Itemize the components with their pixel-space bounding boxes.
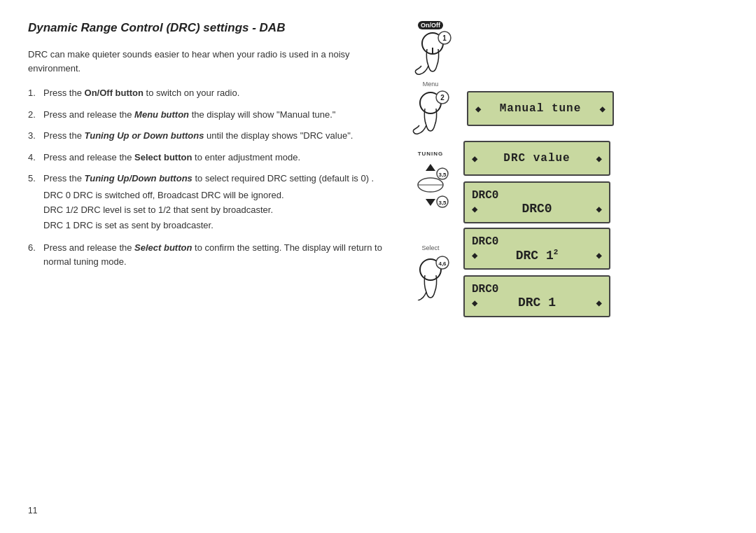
step-content-4: Press and release the Select button to e… [43, 151, 385, 165]
step-content-1: Press the On/Off button to switch on you… [43, 86, 385, 100]
left-column: Dynamic Range Control (DRC) settings - D… [28, 21, 399, 512]
svg-text:2: 2 [440, 94, 444, 102]
menu-label: Menu [418, 81, 443, 88]
sub-list-5: DRC 0 DRC is switched off, Broadcast DRC… [43, 188, 385, 233]
sub-item-5-2: DRC 1/2 DRC level is set to 1/2 that sen… [43, 203, 385, 217]
onoff-hand-block: On/Off 1 [406, 21, 455, 78]
drc12-screen: DRC0 ◆ DRC 12 ◆ [463, 228, 610, 270]
illus-row-3: TUNING 3,5 3,5 [399, 141, 728, 223]
select-hand-block: Select 4,6 [406, 244, 455, 300]
page-number: 11 [28, 506, 37, 515]
select-label: Select [418, 244, 443, 251]
step-2: 2. Press and release the Menu button the… [28, 108, 385, 122]
tuning-icon: 3,5 3,5 [406, 158, 455, 214]
step-5: 5. Press the Tuning Up/Down buttons to s… [28, 172, 385, 233]
illus-row-4: Select 4,6 DRC0 ◆ DRC 12 [399, 228, 728, 317]
manual-tune-text: ◆ Manual tune ◆ [475, 102, 606, 115]
drc0-bottom: ◆ DRC0 ◆ [472, 202, 602, 216]
drc-value-screen: ◆ DRC value ◆ [463, 141, 610, 176]
step-num-5: 5. [28, 172, 43, 186]
step-content-3: Press the Tuning Up or Down buttons unti… [43, 129, 385, 143]
step-num-4: 4. [28, 151, 43, 165]
svg-marker-9 [426, 199, 435, 206]
step-num-1: 1. [28, 86, 43, 100]
drc12-screens-block: DRC0 ◆ DRC 12 ◆ DRC0 ◆ DRC 1 [463, 228, 610, 317]
step-4: 4. Press and release the Select button t… [28, 151, 385, 165]
drc1-screen: DRC0 ◆ DRC 1 ◆ [463, 275, 610, 317]
tuning-block: TUNING 3,5 3,5 [406, 151, 455, 214]
step-content-2: Press and release the Menu button the di… [43, 108, 385, 122]
sub-item-5-1: DRC 0 DRC is switched off, Broadcast DRC… [43, 188, 385, 202]
step-content-6: Press and release the Select button to c… [43, 241, 385, 268]
onoff-label: On/Off [418, 21, 443, 29]
svg-marker-6 [426, 164, 435, 171]
step-num-2: 2. [28, 108, 43, 122]
lcd-left-arrow: ◆ [475, 103, 481, 115]
drc0-screen-a: DRC0 ◆ DRC0 ◆ [463, 181, 610, 223]
illus-row-2: Menu 2 ◆ Manual tune ◆ [399, 81, 728, 137]
drc-screens-block: ◆ DRC value ◆ DRC0 ◆ DRC0 ◆ [463, 141, 610, 223]
drc1-bottom: ◆ DRC 1 ◆ [472, 296, 602, 310]
onoff-hand-icon: 1 [406, 31, 455, 78]
svg-text:1: 1 [442, 34, 447, 42]
svg-text:4,6: 4,6 [438, 261, 447, 267]
select-hand-icon: 4,6 [406, 253, 455, 300]
lcd-right-arrow: ◆ [600, 103, 606, 115]
page-title: Dynamic Range Control (DRC) settings - D… [28, 21, 385, 35]
manual-tune-label: Manual tune [500, 102, 582, 115]
svg-text:3,5: 3,5 [438, 200, 447, 206]
drc1-top: DRC0 [472, 283, 602, 296]
drc12-top: DRC0 [472, 235, 602, 248]
menu-hand-block: Menu 2 [406, 81, 455, 137]
step-6: 6. Press and release the Select button t… [28, 241, 385, 268]
tuning-label: TUNING [418, 151, 444, 157]
drc12-bottom: ◆ DRC 12 ◆ [472, 248, 602, 263]
illus-row-1: On/Off 1 [399, 21, 728, 78]
step-num-3: 3. [28, 129, 43, 143]
manual-tune-screen: ◆ Manual tune ◆ [467, 91, 614, 126]
step-content-5: Press the Tuning Up/Down buttons to sele… [43, 172, 385, 233]
drc-value-label: DRC value [503, 152, 570, 165]
right-column: On/Off 1 Menu [399, 21, 728, 512]
sub-item-5-3: DRC 1 DRC is set as sent by broadcaster. [43, 219, 385, 233]
step-num-6: 6. [28, 241, 43, 255]
intro-text: DRC can make quieter sounds easier to he… [28, 48, 385, 75]
drc-value-text: ◆ DRC value ◆ [472, 152, 602, 165]
svg-text:3,5: 3,5 [438, 172, 447, 178]
step-1: 1. Press the On/Off button to switch on … [28, 86, 385, 100]
drc0-top: DRC0 [472, 189, 602, 202]
step-3: 3. Press the Tuning Up or Down buttons u… [28, 129, 385, 143]
steps-list: 1. Press the On/Off button to switch on … [28, 86, 385, 268]
menu-hand-icon: 2 [406, 89, 455, 137]
